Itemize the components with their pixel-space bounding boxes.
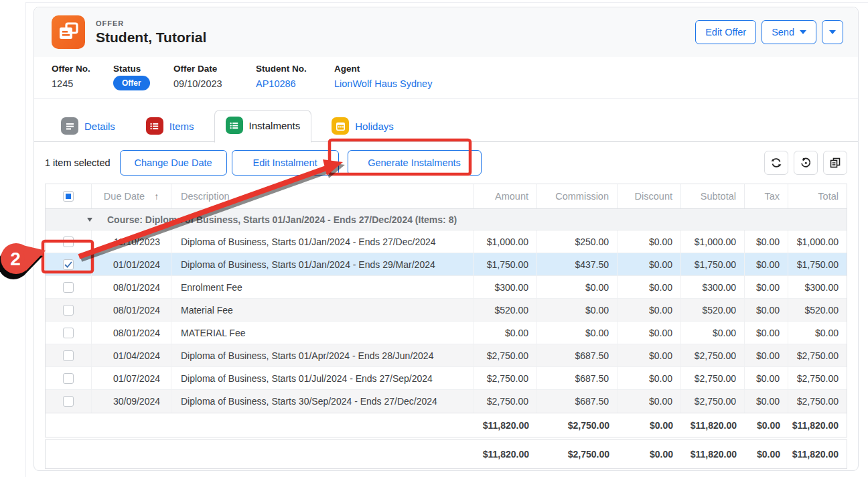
col-subtotal[interactable]: Subtotal: [681, 184, 745, 208]
generate-instalments-button[interactable]: Generate Instalments: [348, 150, 482, 176]
row-due-date: 01/04/2024: [92, 344, 171, 366]
table-row[interactable]: 08/01/2024Enrolment Fee$300.00$0.00$0.00…: [46, 276, 847, 299]
chevron-down-icon: [829, 30, 836, 34]
group-total-subtotal: $11,820.00: [681, 413, 745, 437]
row-commission: $250.00: [537, 230, 618, 253]
col-total[interactable]: Total: [788, 184, 847, 208]
row-commission: $0.00: [537, 322, 618, 344]
send-button[interactable]: Send: [762, 20, 816, 44]
group-header-label: Course: Diploma of Business, Starts 01/J…: [107, 214, 457, 225]
row-total: $2,750.00: [788, 390, 847, 413]
row-commission: $687.50: [537, 367, 618, 389]
copy-columns-button[interactable]: [823, 151, 847, 175]
row-total: $0.00: [788, 322, 847, 344]
grand-total-tax: $0.00: [745, 440, 788, 468]
history-button[interactable]: [794, 151, 818, 175]
row-checkbox[interactable]: [63, 350, 74, 361]
table-row[interactable]: 08/01/2024MATERIAL Fee$0.00$0.00$0.00$0.…: [46, 322, 847, 344]
grand-total-commission: $2,750.00: [537, 440, 618, 468]
offer-summary: Offer No. 1245 Status Offer Offer Date 0…: [34, 57, 858, 99]
row-checkbox-cell: [46, 230, 92, 253]
table-row[interactable]: 01/04/2024Diploma of Business, Starts 01…: [46, 344, 847, 367]
refresh-button[interactable]: [764, 151, 788, 175]
tab-instalments-label: Instalments: [249, 120, 301, 131]
change-due-date-button[interactable]: Change Due Date: [120, 150, 227, 176]
instalments-toolbar: 1 item selected Change Due Date Edit Ins…: [34, 142, 858, 182]
student-no-link[interactable]: AP10286: [256, 78, 334, 89]
row-tax: $0.00: [745, 344, 788, 366]
offer-card: OFFER Student, Tutorial Edit Offer Send …: [33, 7, 859, 471]
col-due-date[interactable]: Due Date ↑: [92, 184, 171, 208]
student-no-label: Student No.: [256, 64, 334, 74]
col-tax[interactable]: Tax: [745, 184, 788, 208]
course-group-row[interactable]: Course: Diploma of Business, Starts 01/J…: [46, 209, 847, 230]
row-total: $520.00: [788, 299, 847, 321]
col-commission[interactable]: Commission: [537, 184, 618, 208]
row-due-date: 08/01/2024: [92, 299, 171, 321]
top-divider: [25, 2, 868, 3]
group-total-tax: $0.00: [745, 413, 788, 437]
col-amount[interactable]: Amount: [474, 184, 537, 208]
edit-offer-label: Edit Offer: [705, 27, 746, 38]
row-checkbox[interactable]: [63, 373, 74, 384]
row-checkbox[interactable]: [63, 328, 74, 338]
tab-details-label: Details: [84, 121, 115, 132]
group-total-row: $11,820.00 $2,750.00 $0.00 $11,820.00 $0…: [46, 413, 847, 437]
tab-holidays[interactable]: Holidays: [321, 111, 405, 142]
row-subtotal: $2,750.00: [681, 367, 745, 389]
row-discount: $0.00: [618, 230, 681, 253]
items-icon: [146, 117, 163, 135]
row-description: Diploma of Business, Starts 01/Jan/2024 …: [171, 253, 474, 275]
more-actions-button[interactable]: [822, 20, 843, 44]
offer-date-label: Offer Date: [173, 64, 256, 74]
row-discount: $0.00: [618, 390, 681, 413]
row-discount: $0.00: [618, 276, 681, 298]
row-description: Diploma of Business, Starts 01/Jul/2024 …: [171, 367, 474, 389]
row-subtotal: $1,000.00: [681, 230, 745, 253]
row-description: Material Fee: [171, 299, 474, 321]
row-checkbox[interactable]: [63, 282, 74, 293]
sort-ascending-icon[interactable]: ↑: [154, 191, 159, 202]
row-tax: $0.00: [745, 299, 788, 321]
edit-instalment-button[interactable]: Edit Instalment: [232, 150, 339, 176]
table-row[interactable]: 11/10/2023Diploma of Business, Starts 01…: [46, 230, 847, 253]
agent-link[interactable]: LionWolf Haus Sydney: [334, 78, 432, 89]
offer-no-label: Offer No.: [52, 64, 113, 74]
group-total-total: $11,820.00: [788, 413, 847, 437]
due-date-header-label: Due Date: [104, 191, 145, 202]
table-row[interactable]: 08/01/2024Material Fee$520.00$0.00$0.00$…: [46, 299, 847, 322]
row-discount: $0.00: [618, 322, 681, 344]
table-row[interactable]: 01/07/2024Diploma of Business, Starts 01…: [46, 367, 847, 390]
row-subtotal: $300.00: [681, 276, 745, 298]
row-subtotal: $0.00: [681, 322, 745, 344]
group-total-discount: $0.00: [618, 413, 681, 437]
tab-details[interactable]: Details: [50, 111, 126, 142]
row-discount: $0.00: [618, 299, 681, 321]
row-checkbox[interactable]: [63, 396, 74, 407]
row-checkbox[interactable]: [63, 305, 74, 316]
tab-instalments[interactable]: Instalments: [214, 110, 312, 143]
row-description: Enrolment Fee: [171, 276, 474, 298]
row-total: $1,000.00: [788, 230, 847, 253]
tab-items[interactable]: Items: [135, 111, 205, 142]
edit-offer-button[interactable]: Edit Offer: [695, 20, 756, 44]
row-description: Diploma of Business, Starts 01/Apr/2024 …: [171, 344, 474, 366]
row-due-date: 01/07/2024: [92, 367, 171, 389]
row-checkbox[interactable]: [63, 259, 74, 270]
table-row[interactable]: 01/01/2024Diploma of Business, Starts 01…: [46, 253, 847, 276]
collapse-caret-icon[interactable]: [87, 218, 92, 222]
row-subtotal: $520.00: [681, 299, 745, 321]
table-row[interactable]: 30/09/2024Diploma of Business, Starts 30…: [46, 390, 847, 413]
row-commission: $437.50: [537, 253, 618, 275]
row-discount: $0.00: [618, 344, 681, 366]
tab-bar: Details Items Instalments Holidays: [34, 110, 858, 142]
select-all-checkbox[interactable]: [63, 191, 74, 202]
row-checkbox[interactable]: [63, 236, 74, 247]
grand-total-amount: $11,820.00: [474, 440, 537, 468]
row-tax: $0.00: [745, 276, 788, 298]
offer-header: OFFER Student, Tutorial Edit Offer Send: [34, 7, 858, 57]
row-checkbox-cell: [46, 299, 92, 321]
col-description[interactable]: Description: [171, 184, 474, 208]
grand-total-total: $11,820.00: [788, 440, 847, 468]
col-discount[interactable]: Discount: [618, 184, 681, 208]
